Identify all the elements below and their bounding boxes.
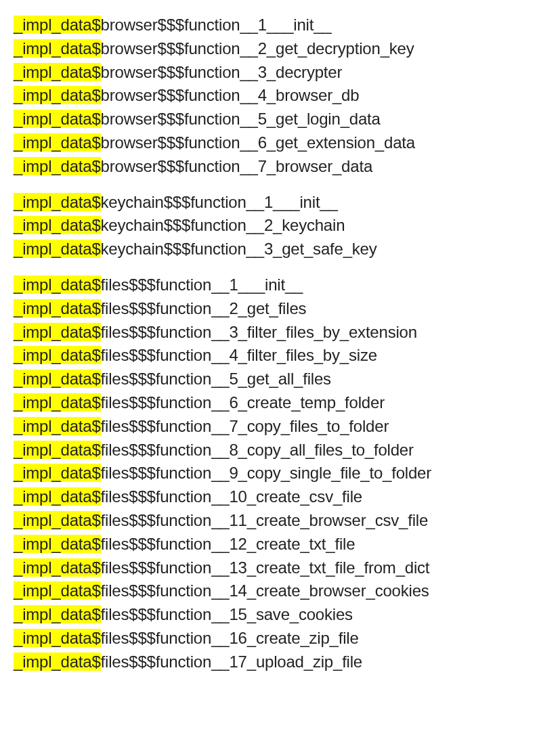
function-identifier: files$$$function__14_create_browser_cook…	[101, 581, 429, 600]
highlighted-prefix: _impl_data$	[14, 653, 101, 671]
function-identifier: files$$$function__11_create_browser_csv_…	[101, 511, 429, 529]
highlighted-prefix: _impl_data$	[14, 86, 101, 104]
function-line: _impl_data$files$$$function__5_get_all_f…	[14, 368, 546, 391]
highlighted-prefix: _impl_data$	[14, 16, 101, 34]
function-identifier: files$$$function__8_copy_all_files_to_fo…	[101, 441, 414, 459]
function-line: _impl_data$files$$$function__15_save_coo…	[14, 603, 546, 627]
function-identifier: files$$$function__7_copy_files_to_folder	[101, 417, 389, 435]
highlighted-prefix: _impl_data$	[14, 323, 101, 341]
function-line: _impl_data$files$$$function__3_filter_fi…	[14, 321, 546, 345]
function-identifier: browser$$$function__1___init__	[101, 16, 332, 34]
function-identifier: files$$$function__5_get_all_files	[101, 370, 331, 388]
function-line: _impl_data$files$$$function__2_get_files	[14, 297, 546, 321]
highlighted-prefix: _impl_data$	[14, 275, 101, 294]
function-line: _impl_data$files$$$function__10_create_c…	[14, 485, 546, 509]
function-line: _impl_data$keychain$$$function__2_keycha…	[14, 214, 546, 238]
function-identifier: files$$$function__6_create_temp_folder	[101, 393, 385, 412]
function-line: _impl_data$files$$$function__6_create_te…	[14, 391, 546, 415]
module-group-browser: _impl_data$browser$$$function__1___init_…	[14, 14, 546, 179]
function-identifier: browser$$$function__7_browser_data	[101, 157, 372, 175]
highlighted-prefix: _impl_data$	[14, 558, 101, 577]
function-line: _impl_data$files$$$function__9_copy_sing…	[14, 462, 546, 485]
function-identifier: files$$$function__15_save_cookies	[101, 605, 353, 623]
function-identifier: keychain$$$function__1___init__	[101, 193, 338, 211]
highlighted-prefix: _impl_data$	[14, 393, 101, 412]
module-group-files: _impl_data$files$$$function__1___init___…	[14, 273, 546, 674]
highlighted-prefix: _impl_data$	[14, 441, 101, 459]
highlighted-prefix: _impl_data$	[14, 157, 101, 175]
function-identifier: files$$$function__1___init__	[101, 275, 303, 294]
function-line: _impl_data$browser$$$function__1___init_…	[14, 14, 546, 37]
function-line: _impl_data$browser$$$function__7_browser…	[14, 155, 546, 179]
function-identifier: browser$$$function__4_browser_db	[101, 86, 360, 104]
function-line: _impl_data$files$$$function__1___init__	[14, 273, 546, 297]
function-line: _impl_data$browser$$$function__6_get_ext…	[14, 131, 546, 155]
module-group-keychain: _impl_data$keychain$$$function__1___init…	[14, 191, 546, 261]
highlighted-prefix: _impl_data$	[14, 487, 101, 506]
highlighted-prefix: _impl_data$	[14, 346, 101, 364]
function-identifier: files$$$function__3_filter_files_by_exte…	[101, 323, 417, 341]
code-listing: _impl_data$browser$$$function__1___init_…	[14, 14, 546, 674]
function-identifier: files$$$function__17_upload_zip_file	[101, 653, 362, 671]
highlighted-prefix: _impl_data$	[14, 629, 101, 647]
function-line: _impl_data$files$$$function__12_create_t…	[14, 533, 546, 556]
highlighted-prefix: _impl_data$	[14, 535, 101, 553]
function-identifier: browser$$$function__5_get_login_data	[101, 110, 381, 128]
function-line: _impl_data$files$$$function__13_create_t…	[14, 556, 546, 580]
highlighted-prefix: _impl_data$	[14, 417, 101, 435]
function-identifier: browser$$$function__6_get_extension_data	[101, 133, 415, 152]
highlighted-prefix: _impl_data$	[14, 39, 101, 58]
highlighted-prefix: _impl_data$	[14, 133, 101, 152]
function-line: _impl_data$browser$$$function__2_get_dec…	[14, 37, 546, 61]
function-line: _impl_data$browser$$$function__3_decrypt…	[14, 61, 546, 85]
function-line: _impl_data$keychain$$$function__3_get_sa…	[14, 238, 546, 261]
function-identifier: keychain$$$function__2_keychain	[101, 216, 345, 234]
function-line: _impl_data$files$$$function__8_copy_all_…	[14, 439, 546, 462]
function-identifier: browser$$$function__2_get_decryption_key	[101, 39, 414, 58]
highlighted-prefix: _impl_data$	[14, 110, 101, 128]
function-line: _impl_data$files$$$function__14_create_b…	[14, 579, 546, 603]
function-line: _impl_data$browser$$$function__4_browser…	[14, 84, 546, 108]
highlighted-prefix: _impl_data$	[14, 605, 101, 623]
highlighted-prefix: _impl_data$	[14, 581, 101, 600]
function-line: _impl_data$files$$$function__7_copy_file…	[14, 415, 546, 439]
highlighted-prefix: _impl_data$	[14, 240, 101, 258]
highlighted-prefix: _impl_data$	[14, 511, 101, 529]
function-identifier: files$$$function__12_create_txt_file	[101, 535, 356, 553]
highlighted-prefix: _impl_data$	[14, 216, 101, 234]
highlighted-prefix: _impl_data$	[14, 193, 101, 211]
function-identifier: files$$$function__2_get_files	[101, 299, 307, 317]
function-line: _impl_data$files$$$function__16_create_z…	[14, 627, 546, 650]
function-identifier: browser$$$function__3_decrypter	[101, 63, 343, 81]
function-line: _impl_data$keychain$$$function__1___init…	[14, 191, 546, 215]
function-line: _impl_data$files$$$function__11_create_b…	[14, 509, 546, 533]
function-line: _impl_data$files$$$function__4_filter_fi…	[14, 344, 546, 368]
highlighted-prefix: _impl_data$	[14, 464, 101, 482]
highlighted-prefix: _impl_data$	[14, 63, 101, 81]
function-identifier: keychain$$$function__3_get_safe_key	[101, 240, 377, 258]
function-identifier: files$$$function__16_create_zip_file	[101, 629, 359, 647]
function-identifier: files$$$function__10_create_csv_file	[101, 487, 362, 506]
function-line: _impl_data$browser$$$function__5_get_log…	[14, 108, 546, 131]
highlighted-prefix: _impl_data$	[14, 299, 101, 317]
function-identifier: files$$$function__9_copy_single_file_to_…	[101, 464, 432, 482]
highlighted-prefix: _impl_data$	[14, 370, 101, 388]
function-line: _impl_data$files$$$function__17_upload_z…	[14, 650, 546, 674]
function-identifier: files$$$function__4_filter_files_by_size	[101, 346, 377, 364]
function-identifier: files$$$function__13_create_txt_file_fro…	[101, 558, 430, 577]
